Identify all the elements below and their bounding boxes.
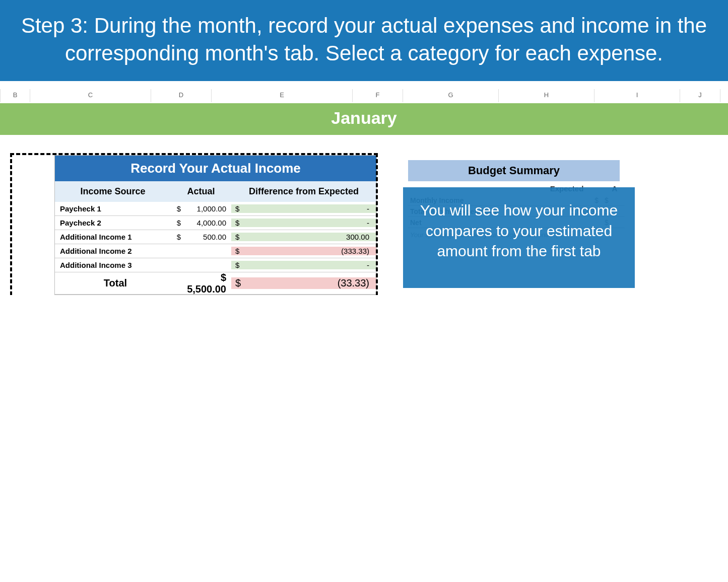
- col-i[interactable]: I: [594, 89, 680, 102]
- income-row[interactable]: Additional Income 1$500.00$300.00: [55, 230, 376, 244]
- col-d[interactable]: D: [151, 89, 212, 102]
- income-row[interactable]: Paycheck 2$4,000.00$-: [55, 216, 376, 230]
- instruction-banner: Step 3: During the month, record your ac…: [0, 0, 728, 81]
- income-header-source: Income Source: [55, 186, 171, 197]
- spreadsheet-column-headers: B C D E F G H I J: [0, 89, 728, 102]
- col-b[interactable]: B: [0, 89, 30, 102]
- income-header-actual: Actual: [171, 186, 231, 197]
- income-row[interactable]: Paycheck 1$1,000.00$-: [55, 202, 376, 216]
- income-table: Record Your Actual Income Income Source …: [54, 155, 377, 295]
- col-c[interactable]: C: [30, 89, 151, 102]
- income-total-amount: $ 5,500.00: [181, 272, 231, 295]
- month-title: January: [0, 103, 728, 135]
- income-row[interactable]: Additional Income 3$-: [55, 258, 376, 272]
- summary-title: Budget Summary: [408, 160, 620, 181]
- income-header-diff: Difference from Expected: [231, 186, 376, 197]
- income-total-label: Total: [55, 277, 171, 289]
- col-e[interactable]: E: [212, 89, 353, 102]
- income-total-row: Total $ 5,500.00 $(33.33): [55, 272, 376, 295]
- col-h[interactable]: H: [499, 89, 594, 102]
- overlay-callout: You will see how your income compares to…: [403, 187, 635, 288]
- col-g[interactable]: G: [403, 89, 499, 102]
- col-j[interactable]: J: [680, 89, 720, 102]
- income-headers: Income Source Actual Difference from Exp…: [55, 181, 376, 202]
- col-f[interactable]: F: [353, 89, 403, 102]
- income-total-diff: (33.33): [242, 277, 376, 289]
- income-row[interactable]: Additional Income 2$(333.33): [55, 244, 376, 258]
- income-title: Record Your Actual Income: [55, 156, 376, 181]
